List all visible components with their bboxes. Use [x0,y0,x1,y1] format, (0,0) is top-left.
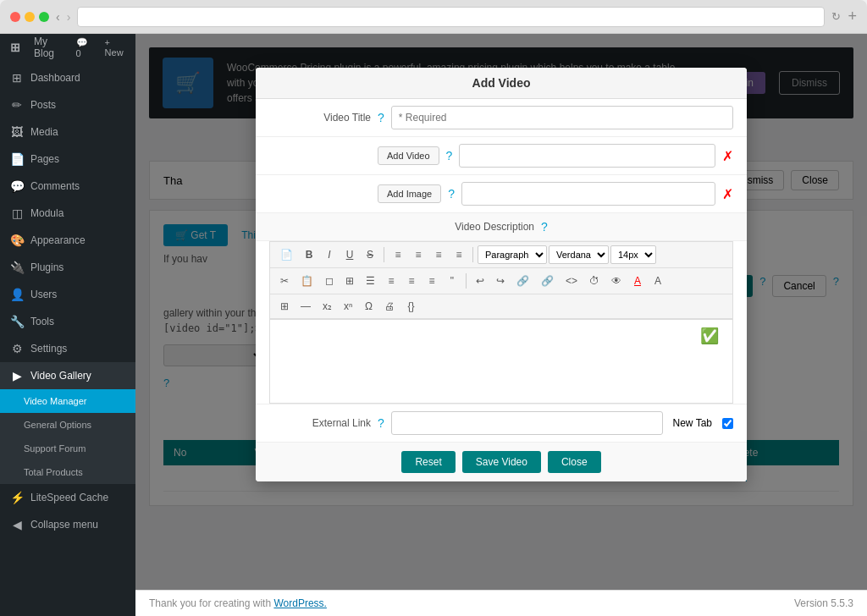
format-select[interactable]: Paragraph [478,245,547,264]
save-video-button[interactable]: Save Video [462,451,541,473]
footer-wp-link[interactable]: WordPress. [273,597,326,609]
toolbar-preview[interactable]: 👁 [606,272,627,290]
video-description-section: Video Description ? [256,213,747,241]
sidebar-item-tools[interactable]: 🔧 Tools [0,308,135,335]
image-error-icon[interactable]: ✗ [722,186,733,202]
toolbar-redo[interactable]: ↪ [491,272,510,290]
toolbar-special-char[interactable]: Ω [359,298,378,315]
toolbar-superscript[interactable]: xⁿ [339,298,357,315]
sidebar-item-litespeed[interactable]: ⚡ LiteSpeed Cache [0,484,135,511]
new-tab-icon[interactable]: + [848,8,857,25]
new-content-button[interactable]: + New [105,37,125,58]
toolbar-code[interactable]: {} [401,298,420,315]
toolbar-italic[interactable]: I [320,245,339,264]
video-error-icon[interactable]: ✗ [722,148,733,164]
editor-check-icon[interactable]: ✅ [700,327,719,345]
size-select[interactable]: 14px [610,245,656,264]
toolbar-paste[interactable]: ◻ [320,272,339,290]
external-link-help-icon[interactable]: ? [378,416,384,430]
new-tab-checkbox[interactable] [722,418,733,429]
toolbar-print[interactable]: 🖨 [379,298,400,315]
add-video-row-button[interactable]: Add Video [378,146,439,165]
toolbar-divider-3 [466,273,467,289]
toolbar-align-left[interactable]: ≡ [389,245,407,264]
toolbar-number-list[interactable]: ≡ [382,272,400,290]
minimize-dot[interactable] [25,12,35,22]
toolbar-align-justify[interactable]: ≡ [450,245,468,264]
editor-toolbar-3: ⊞ — x₂ xⁿ Ω 🖨 {} [269,294,733,319]
video-title-input[interactable] [391,106,733,129]
sidebar-item-collapse[interactable]: ◀ Collapse menu [0,511,135,538]
sidebar-item-posts[interactable]: ✏ Posts [0,91,135,118]
video-title-help-icon[interactable]: ? [378,111,384,124]
add-video-help-icon[interactable]: ? [446,149,453,162]
external-link-input[interactable] [391,411,663,435]
sidebar-item-modula[interactable]: ◫ Modula [0,200,135,227]
add-video-row: Add Video ? ✗ [256,137,747,175]
wp-logo[interactable]: ⊞ [10,41,20,54]
font-select[interactable]: Verdana [549,245,609,264]
sidebar-item-plugins[interactable]: 🔌 Plugins [0,254,135,281]
video-url-input[interactable] [459,144,715,168]
blog-name[interactable]: My Blog [34,36,63,59]
sidebar-item-appearance[interactable]: 🎨 Appearance [0,227,135,254]
comments-icon[interactable]: 💬 0 [76,37,91,58]
content-area: 🛒 WooCommerce Pricing plugin is a powerf… [135,34,867,616]
sidebar-item-settings[interactable]: ⚙ Settings [0,335,135,362]
editor-content-area[interactable]: ✅ [269,319,733,404]
toolbar-unlink[interactable]: 🔗 [536,272,559,290]
toolbar-new-doc[interactable]: 📄 [275,245,298,264]
toolbar-align-right[interactable]: ≡ [429,245,448,264]
sidebar-item-video-manager[interactable]: Video Manager [0,389,135,413]
toolbar-indent-less[interactable]: ≡ [402,272,421,290]
add-image-row: Add Image ? ✗ [256,175,747,213]
maximize-dot[interactable] [39,12,49,22]
toolbar-align-center[interactable]: ≡ [409,245,428,264]
sidebar-item-dashboard[interactable]: ⊞ Dashboard [0,64,135,91]
toolbar-undo[interactable]: ↩ [471,272,489,290]
toolbar-table[interactable]: ⊞ [340,272,359,290]
toolbar-link[interactable]: 🔗 [511,272,534,290]
toolbar-bg-color[interactable]: A [649,272,667,290]
toolbar-bullet-list[interactable]: ☰ [361,272,380,290]
close-modal-button[interactable]: Close [548,451,601,473]
toolbar-font-color[interactable]: A [628,272,647,290]
toolbar-subscript[interactable]: x₂ [318,298,337,315]
toolbar-cut[interactable]: ✂ [275,272,294,290]
toolbar-source[interactable]: <> [561,272,583,290]
sidebar-item-pages[interactable]: 📄 Pages [0,146,135,173]
toolbar-time[interactable]: ⏱ [584,272,605,290]
toolbar-copy[interactable]: 📋 [295,272,318,290]
toolbar-strikethrough[interactable]: S [361,245,379,264]
add-image-help-icon[interactable]: ? [448,187,455,201]
appearance-icon: 🎨 [10,234,24,247]
sidebar-item-total-products[interactable]: Total Products [0,460,135,484]
toolbar-bold[interactable]: B [300,245,318,264]
sidebar-menu: ⊞ Dashboard ✏ Posts 🖼 Media 📄 Pages 💬 Co… [0,61,135,542]
sidebar-item-comments[interactable]: 💬 Comments [0,173,135,200]
plugins-icon: 🔌 [10,261,24,274]
image-url-input[interactable] [461,182,715,206]
toolbar-underline[interactable]: U [340,245,359,264]
forward-button[interactable]: › [67,10,71,24]
add-image-button[interactable]: Add Image [378,184,441,203]
modula-icon: ◫ [10,206,24,220]
sidebar-item-media[interactable]: 🖼 Media [0,118,135,146]
toolbar-blockquote[interactable]: " [443,272,461,290]
toolbar-table2[interactable]: ⊞ [275,298,294,315]
close-dot[interactable] [10,12,20,22]
editor-toolbar-1: 📄 B I U S ≡ ≡ ≡ ≡ Paragrap [269,241,733,267]
reset-button[interactable]: Reset [401,451,455,473]
sidebar-item-support-forum[interactable]: Support Forum [0,437,135,460]
sidebar-item-users[interactable]: 👤 Users [0,281,135,308]
toolbar-hr[interactable]: — [295,298,316,315]
sidebar-item-general-options[interactable]: General Options [0,413,135,437]
refresh-icon[interactable]: ↻ [831,10,841,23]
url-bar[interactable] [77,7,825,27]
back-button[interactable]: ‹ [56,10,60,24]
video-description-help-icon[interactable]: ? [541,220,548,234]
pages-icon: 📄 [10,152,24,166]
video-title-row: Video Title ? [256,99,747,137]
sidebar-item-video-gallery[interactable]: ▶ Video Gallery [0,362,135,389]
toolbar-indent-more[interactable]: ≡ [422,272,441,290]
